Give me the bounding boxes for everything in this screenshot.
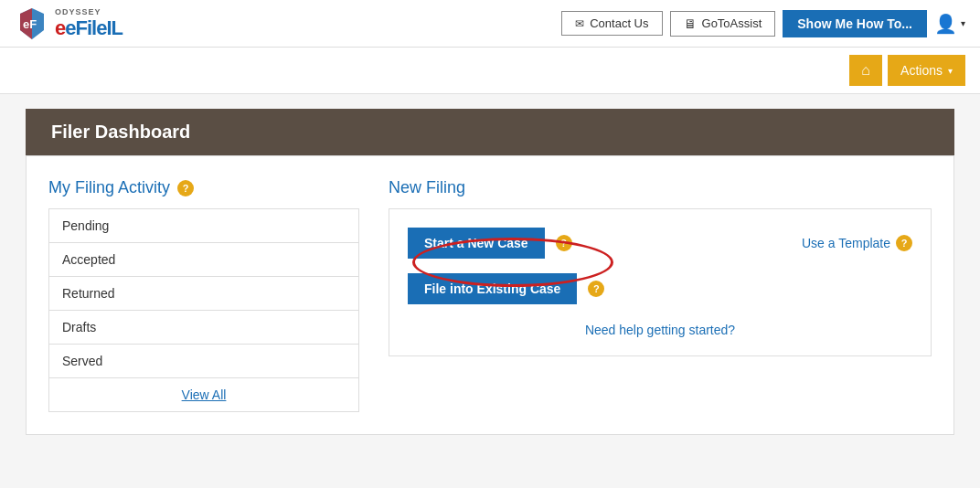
accepted-label: Accepted: [62, 252, 115, 267]
gotoassist-label: GoToAssist: [702, 16, 762, 30]
new-filing-section: New Filing Start a New Case ? Use a: [389, 178, 932, 412]
need-help-link[interactable]: Need help getting started?: [408, 323, 912, 337]
svg-text:eF: eF: [23, 17, 37, 31]
user-caret-icon: ▾: [961, 18, 965, 28]
template-help-icon[interactable]: ?: [896, 235, 912, 251]
header-right: ✉ Contact Us 🖥 GoToAssist Show Me How To…: [561, 10, 965, 37]
logo-icon: eF: [15, 6, 49, 41]
page-title-bar: Filer Dashboard: [26, 109, 954, 155]
need-help-label: Need help getting started?: [585, 323, 735, 337]
show-me-how-button[interactable]: Show Me How To...: [783, 10, 927, 37]
use-template-label: Use a Template: [802, 236, 890, 250]
start-new-case-button[interactable]: Start a New Case: [408, 228, 545, 259]
logo: eF ODYSSEY eeFileIL: [15, 5, 124, 42]
filing-activity-section: My Filing Activity ? Pending Accepted Re…: [48, 178, 359, 412]
home-icon: ⌂: [861, 62, 870, 79]
drafts-label: Drafts: [62, 320, 96, 334]
actions-button[interactable]: Actions ▾: [888, 55, 965, 86]
user-menu-button[interactable]: 👤 ▾: [934, 13, 965, 35]
list-item[interactable]: Accepted: [49, 243, 358, 277]
page-title: Filer Dashboard: [51, 122, 190, 142]
two-column-layout: My Filing Activity ? Pending Accepted Re…: [48, 178, 932, 412]
list-item[interactable]: Pending: [49, 209, 358, 243]
user-avatar-icon: 👤: [934, 13, 957, 35]
brand-label: eeFileIL: [55, 16, 122, 40]
show-me-how-label: Show Me How To...: [797, 16, 912, 31]
odyssey-label: ODYSSEY: [55, 7, 122, 16]
new-filing-title-text: New Filing: [389, 178, 465, 197]
filing-buttons: Start a New Case ? Use a Template ? File…: [408, 228, 912, 337]
contact-us-label: Contact Us: [590, 16, 648, 30]
new-filing-title: New Filing: [389, 178, 932, 197]
list-item[interactable]: Served: [49, 345, 358, 378]
use-template-link[interactable]: Use a Template ?: [802, 235, 912, 251]
header: eF ODYSSEY eeFileIL ✉ Contact Us 🖥 GoToA…: [0, 0, 980, 48]
filing-list: Pending Accepted Returned Drafts Served …: [48, 208, 359, 412]
filing-activity-help-icon[interactable]: ?: [177, 180, 194, 196]
home-button[interactable]: ⌂: [849, 55, 882, 86]
start-new-case-label: Start a New Case: [424, 236, 528, 250]
logo-area: eF ODYSSEY eeFileIL: [15, 5, 124, 42]
file-existing-help-icon[interactable]: ?: [588, 281, 604, 297]
actions-caret-icon: ▾: [948, 66, 953, 76]
main-content: My Filing Activity ? Pending Accepted Re…: [26, 155, 954, 435]
pending-label: Pending: [62, 218, 109, 233]
file-existing-row: File into Existing Case ?: [408, 273, 912, 304]
contact-us-button[interactable]: ✉ Contact Us: [561, 11, 662, 36]
monitor-icon: 🖥: [684, 16, 697, 31]
view-all-label: View All: [182, 387, 227, 402]
list-item[interactable]: Returned: [49, 277, 358, 311]
served-label: Served: [62, 354, 102, 368]
file-existing-label: File into Existing Case: [424, 281, 560, 296]
new-filing-box: Start a New Case ? Use a Template ? File…: [389, 208, 932, 356]
returned-label: Returned: [62, 286, 115, 301]
view-all-link[interactable]: View All: [49, 378, 358, 411]
start-new-case-help-icon[interactable]: ?: [556, 235, 572, 251]
actions-label: Actions: [900, 63, 943, 78]
filing-activity-title-text: My Filing Activity: [48, 178, 170, 197]
list-item[interactable]: Drafts: [49, 311, 358, 345]
start-new-case-row: Start a New Case ? Use a Template ?: [408, 228, 912, 259]
email-icon: ✉: [575, 17, 584, 30]
filing-activity-title: My Filing Activity ?: [48, 178, 359, 197]
gotoassist-button[interactable]: 🖥 GoToAssist: [670, 11, 776, 37]
toolbar: ⌂ Actions ▾: [0, 48, 980, 94]
file-into-existing-button[interactable]: File into Existing Case: [408, 273, 577, 304]
